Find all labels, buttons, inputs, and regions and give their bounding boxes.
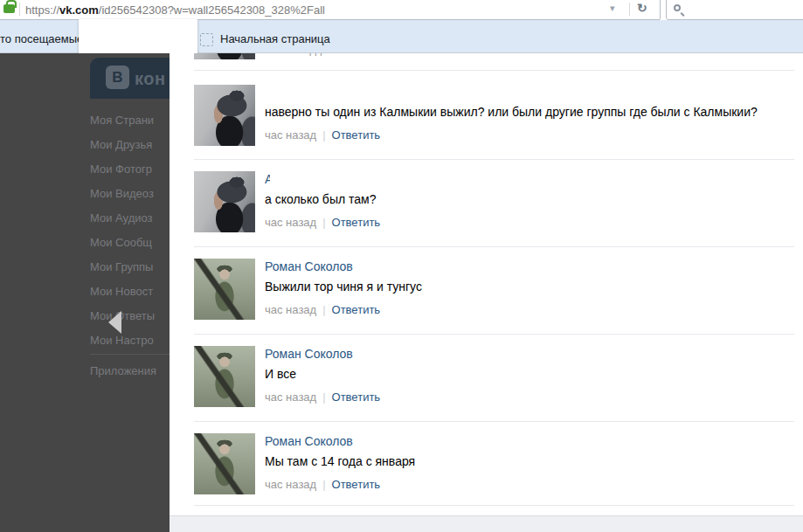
divider: [629, 3, 630, 16]
comment-meta: час назад|Ответить: [265, 216, 380, 229]
comment-author[interactable]: Роман Соколов: [265, 434, 353, 448]
comment-time: час назад: [265, 216, 316, 229]
avatar[interactable]: [194, 171, 255, 232]
search-icon[interactable]: [674, 4, 681, 11]
comment-text: И все: [265, 367, 296, 381]
reply-link[interactable]: Ответить: [332, 303, 381, 316]
sidebar-item-news[interactable]: Мои Новост: [90, 285, 153, 298]
dimmed-page-background: В кон Моя Страни Мои Друзья Мои Фотогр М…: [0, 53, 170, 532]
lock-icon[interactable]: [3, 4, 15, 13]
reply-link[interactable]: Ответить: [332, 478, 381, 491]
url-host: vk.com: [59, 3, 99, 17]
bookmark-most-visited[interactable]: то посещаемые: [0, 32, 83, 45]
blank-popup-overlay: [79, 19, 197, 53]
sidebar-item-settings[interactable]: Мои Настро: [90, 334, 154, 347]
comment-time: час назад: [265, 390, 316, 404]
comment-text: Мы там с 14 года с января: [265, 454, 415, 468]
comment-meta: час назад|Ответить: [265, 303, 380, 316]
sidebar-divider: [90, 354, 170, 355]
avatar[interactable]: [194, 259, 255, 320]
reply-link[interactable]: Ответить: [332, 216, 381, 229]
comment-divider: [194, 505, 794, 506]
vk-logo-text[interactable]: кон: [135, 69, 166, 89]
avatar[interactable]: [194, 85, 255, 146]
url-field[interactable]: https://vk.com/id256542308?w=wall2565423…: [0, 0, 661, 20]
comment-text: Выжили тор чиня я и тунгус: [265, 280, 422, 294]
reply-link[interactable]: Ответить: [332, 128, 381, 142]
comment-text: а сколько был там?: [265, 192, 376, 206]
comment-divider: [194, 334, 794, 335]
meta-separator: |: [322, 216, 325, 229]
comment-divider: [194, 159, 794, 160]
comment-author[interactable]: Роман Соколов: [265, 259, 353, 273]
sidebar-item-messages[interactable]: Мои Сообщ: [90, 236, 152, 249]
address-bar: https://vk.com/id256542308?w=wall2565423…: [0, 0, 803, 20]
bookmark-home-page[interactable]: Начальная страница: [220, 32, 330, 45]
reply-input-area[interactable]: [170, 515, 803, 532]
vk-logo-icon[interactable]: В: [106, 66, 129, 89]
meta-separator: |: [322, 303, 325, 316]
comment-divider: [194, 421, 794, 422]
partial-comment-meta: час назад | Ответить: [265, 53, 527, 58]
url-path: /id256542308?w=wall256542308_328%2Fall: [99, 3, 325, 17]
sidebar-item-videos[interactable]: Мои Видеоз: [90, 187, 154, 200]
url-scheme: https://: [25, 3, 59, 17]
comment-meta: час назад|Ответить: [265, 390, 380, 404]
comment-time: час назад: [265, 303, 316, 316]
avatar[interactable]: [194, 53, 255, 59]
comments-modal: час назад | Ответить наверно ты один из …: [170, 53, 803, 532]
comment-time: час назад: [265, 128, 316, 142]
reply-link[interactable]: Ответить: [332, 390, 381, 404]
sidebar-item-audio[interactable]: Мои Аудиоз: [90, 211, 153, 225]
sidebar-item-groups[interactable]: Мои Группы: [90, 260, 153, 273]
url-dropdown-icon[interactable]: ▾: [610, 3, 615, 14]
comment-author[interactable]: Роман Соколов: [265, 347, 353, 361]
comment-time: час назад: [265, 478, 316, 491]
comment-meta: час назад|Ответить: [265, 478, 380, 491]
comment-author[interactable]: А: [265, 172, 270, 186]
meta-separator: |: [322, 390, 325, 404]
meta-separator: |: [322, 128, 325, 142]
search-input[interactable]: [666, 0, 803, 20]
sidebar-item-friends[interactable]: Мои Друзья: [90, 138, 152, 151]
meta-separator: |: [322, 478, 325, 491]
prev-photo-arrow-icon[interactable]: [108, 311, 121, 334]
vk-header: В кон: [90, 58, 170, 99]
url-text[interactable]: https://vk.com/id256542308?w=wall2565423…: [25, 3, 325, 17]
sidebar-item-replies[interactable]: Мои Ответы: [90, 309, 155, 322]
avatar[interactable]: [194, 346, 255, 407]
default-favicon-icon: [200, 33, 213, 46]
comment-divider: [194, 246, 794, 247]
sidebar-item-photos[interactable]: Мои Фотогр: [90, 162, 152, 176]
avatar[interactable]: [194, 433, 255, 494]
comment-divider: [194, 70, 794, 71]
divider: [19, 3, 20, 16]
sidebar-item-apps[interactable]: Приложения: [90, 364, 156, 377]
reload-icon[interactable]: ↻: [637, 1, 647, 15]
comment-meta: час назад|Ответить: [265, 128, 380, 142]
sidebar-item-my-page[interactable]: Моя Страни: [90, 114, 154, 127]
comment-text: наверно ты один из Калмыкии выжил? или б…: [265, 105, 758, 119]
